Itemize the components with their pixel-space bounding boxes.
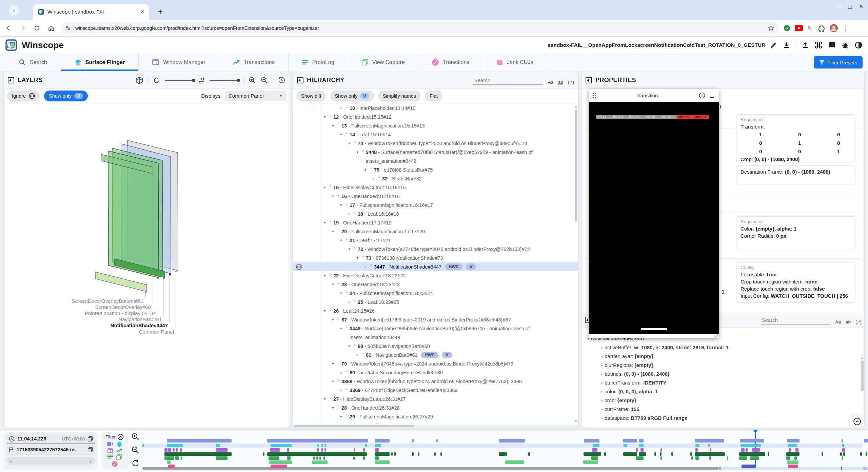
- trace-entry-protolog[interactable]: [727, 456, 728, 460]
- trace-entry-transactions[interactable]: [391, 452, 393, 456]
- pin-icon[interactable]: [328, 218, 333, 223]
- trace-entry-transactions[interactable]: [786, 452, 800, 456]
- pin-icon[interactable]: [368, 262, 374, 267]
- trace-entry-transactions[interactable]: [434, 452, 436, 456]
- trace-entry-screenrec[interactable]: [623, 439, 637, 442]
- trace-entry-protolog[interactable]: [739, 456, 747, 460]
- expand-arrow-icon[interactable]: ▼: [338, 201, 344, 210]
- trace-entry-transactions[interactable]: [866, 452, 867, 456]
- trace-entry-protolog[interactable]: [269, 456, 279, 460]
- surface-flinger-trace-icon[interactable]: [117, 441, 122, 447]
- timeline-scrollbar[interactable]: [142, 467, 719, 470]
- expand-arrow-icon[interactable]: ▼: [322, 271, 328, 280]
- hierarchy-node-12[interactable]: ▼12 - OneHanded:15:15#12: [293, 113, 578, 121]
- trace-entry-transactions[interactable]: [822, 452, 823, 456]
- trace-entry-protolog[interactable]: [636, 456, 644, 460]
- tab-transitions[interactable]: Transitions: [418, 54, 483, 71]
- property-node[interactable]: bufferTransform: IDENTITY: [581, 378, 864, 387]
- hierarchy-node-28[interactable]: ▼28 - OneHanded:26:31#28: [293, 404, 578, 412]
- trace-entry-viewcapture[interactable]: [583, 460, 598, 464]
- hierarchy-node-68[interactable]: ▼68 - 885b63e NavigationBar0#68: [293, 342, 578, 351]
- trace-entry-wm[interactable]: [375, 448, 379, 452]
- tab-close-icon[interactable]: ✕: [140, 9, 144, 15]
- trace-entry-protolog[interactable]: [786, 456, 790, 460]
- trace-entry-wm[interactable]: [640, 448, 644, 452]
- extensions-puzzle-icon[interactable]: [818, 24, 825, 32]
- trace-entry-viewcapture[interactable]: [505, 460, 524, 464]
- trace-entry-protolog[interactable]: [695, 456, 699, 460]
- trace-entry-sf[interactable]: [639, 444, 644, 447]
- tab-surface-flinger[interactable]: Surface Flinger: [61, 54, 139, 71]
- trace-entry-transactions[interactable]: [840, 452, 842, 456]
- regex-toggle[interactable]: (.*): [855, 319, 862, 324]
- hierarchy-node-30[interactable]: 30 - Leaf:26:27#30: [293, 421, 578, 424]
- scroll-up-arrow[interactable]: ▲: [861, 356, 864, 360]
- scroll-down-arrow[interactable]: ▼: [574, 419, 577, 423]
- trace-entry-protolog[interactable]: [353, 456, 355, 460]
- hierarchy-node-15[interactable]: ▼15 - HideDisplayCutout:16:16#15: [293, 183, 578, 192]
- home-icon[interactable]: [45, 22, 57, 34]
- tab-protolog[interactable]: ProtoLog: [289, 54, 348, 71]
- timeline-zoom-in-icon[interactable]: [132, 433, 139, 441]
- trace-entry-screenrec[interactable]: [864, 439, 868, 442]
- trace-entry-protolog[interactable]: [216, 456, 228, 460]
- timeline-tracks[interactable]: [142, 430, 868, 472]
- pin-icon[interactable]: [344, 368, 350, 373]
- trace-entry-sf[interactable]: [317, 444, 319, 447]
- trace-entry-transitions[interactable]: [271, 465, 287, 468]
- clock-time-row[interactable]: 11:04:14.228 UTC+00:00: [7, 434, 95, 444]
- trace-entry-transactions[interactable]: [505, 452, 507, 456]
- chip-show-diff[interactable]: Show diff: [296, 91, 326, 101]
- trace-entry-sf[interactable]: [271, 444, 292, 447]
- forward-icon[interactable]: [17, 22, 28, 34]
- report-bug-icon[interactable]: [842, 41, 849, 49]
- window-close-icon[interactable]: ✕: [859, 3, 863, 9]
- trace-entry-transactions[interactable]: [654, 452, 656, 456]
- hierarchy-search-input[interactable]: Search: [473, 76, 543, 85]
- hierarchy-node-14[interactable]: ▼14 - Leaf:15:15#14: [293, 130, 578, 139]
- expand-arrow-icon[interactable]: ▼: [347, 342, 352, 351]
- trace-entry-protolog[interactable]: [181, 456, 182, 460]
- trace-entry-protolog[interactable]: [691, 456, 693, 460]
- trace-entry-transactions[interactable]: [739, 452, 765, 456]
- hierarchy-node-3368[interactable]: ▼3368 - WindowToken{f6b2f60 type=2024 an…: [293, 377, 578, 386]
- properties-search-input[interactable]: Search: [761, 316, 830, 324]
- regex-toggle[interactable]: (.*): [568, 80, 574, 85]
- trace-entry-sf[interactable]: [167, 444, 183, 447]
- pin-icon[interactable]: [360, 351, 366, 355]
- window-maximize-icon[interactable]: ▢: [848, 3, 852, 9]
- trace-entry-screenrec[interactable]: [412, 439, 414, 442]
- ns-time-row[interactable]: 1715339054227572545 ns: [7, 445, 95, 454]
- expand-arrow-icon[interactable]: ▼: [355, 254, 360, 262]
- trace-entry-viewcapture[interactable]: [787, 460, 798, 464]
- expand-arrow-icon[interactable]: ▼: [322, 307, 328, 315]
- trace-entry-viewcapture[interactable]: [167, 460, 171, 464]
- prev-icon[interactable]: ‹: [10, 458, 12, 464]
- hierarchy-node-3447[interactable]: 3447 - NotificationShade#3447HWCV: [293, 262, 578, 271]
- pin-icon[interactable]: [368, 165, 374, 170]
- trace-entry-wm[interactable]: [173, 448, 175, 452]
- trace-entry-sf[interactable]: [741, 444, 761, 447]
- expand-arrow-icon[interactable]: ▼: [330, 280, 336, 289]
- hierarchy-node-26[interactable]: ▼26 - Leaf:24:25#26: [293, 307, 578, 315]
- trace-entry-protolog[interactable]: [660, 456, 662, 460]
- trace-entry-wm[interactable]: [363, 448, 365, 452]
- hierarchy-node-3448[interactable]: ▼3448 - Surface(name=ed70f88 StatusBar)/…: [293, 148, 578, 165]
- trace-entry-transactions[interactable]: [528, 452, 530, 456]
- trace-entry-protolog[interactable]: [794, 456, 797, 460]
- transitions-trace-icon[interactable]: [112, 461, 118, 467]
- expand-arrow-icon[interactable]: ▼: [347, 139, 352, 148]
- pin-icon[interactable]: [328, 183, 333, 188]
- tab-jank-cujs[interactable]: Jank CUJs: [483, 54, 547, 71]
- tab-transactions[interactable]: Transactions: [219, 54, 289, 71]
- hierarchy-node-72[interactable]: ▼72 - WindowToken{a2746de type=2040 andr…: [293, 245, 578, 254]
- trace-entry-sf[interactable]: [375, 444, 381, 447]
- trace-entry-viewcapture[interactable]: [269, 460, 292, 464]
- collapse-up-fab[interactable]: [853, 417, 861, 426]
- window-minimize-icon[interactable]: —: [836, 3, 842, 9]
- expand-arrow-icon[interactable]: ▼: [347, 245, 352, 254]
- hierarchy-node-74[interactable]: ▼74 - WindowToken{fdddbe6 type=2000 andr…: [293, 139, 578, 148]
- hierarchy-node-73[interactable]: ▼73 - 8736138 NotificationShade#73: [293, 254, 578, 262]
- minimize-icon[interactable]: [710, 97, 714, 98]
- trace-entry-sf[interactable]: [365, 444, 367, 447]
